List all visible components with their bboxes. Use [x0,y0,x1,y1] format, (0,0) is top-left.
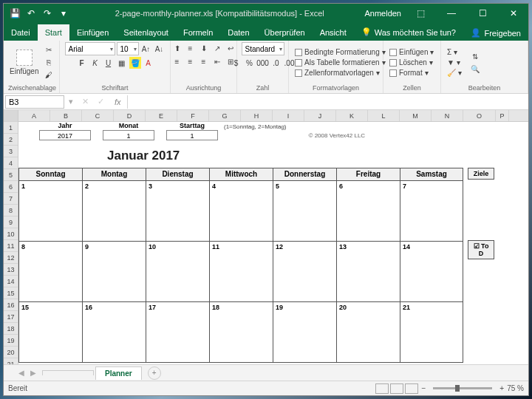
align-right-icon[interactable]: ≡ [198,55,210,67]
row-header[interactable]: 2 [4,134,18,146]
year-value-cell[interactable]: 2017 [39,130,91,140]
row-header[interactable]: 21 [4,358,18,364]
bold-button[interactable]: F [76,57,88,69]
namebox-dropdown-icon[interactable]: ▾ [64,97,78,106]
align-center-icon[interactable]: ≡ [185,55,197,67]
italic-button[interactable]: K [89,57,101,69]
cut-icon[interactable]: ✂ [43,44,55,56]
row-header[interactable]: 18 [4,323,18,335]
zoom-slider[interactable] [433,387,492,389]
calendar-day-cell[interactable]: 1 [18,181,82,242]
sheet-nav-prev-icon[interactable]: ◀ [18,369,24,377]
autosum-button[interactable]: Σ▾ [446,47,463,57]
zoom-in-icon[interactable]: + [499,384,504,392]
format-as-table-button[interactable]: Als Tabelle formatieren▾ [293,58,387,67]
calendar-day-cell[interactable]: 12 [273,242,336,302]
calendar-day-cell[interactable]: 18 [209,302,273,363]
fill-button[interactable]: ▼▾ [446,58,463,67]
tab-file[interactable]: Datei [4,24,38,41]
page-layout-view-icon[interactable] [390,383,403,394]
border-icon[interactable]: ▦ [116,57,128,69]
tellme-search[interactable]: 💡 Was möchten Sie tun? [354,24,463,41]
calendar-day-cell[interactable]: 15 [18,302,82,363]
align-middle-icon[interactable]: ≡ [185,42,197,54]
grow-font-icon[interactable]: A↑ [140,43,152,55]
tab-home[interactable]: Start [38,24,69,41]
calendar-day-cell[interactable]: 10 [146,242,209,302]
calendar-day-cell[interactable]: 13 [336,242,400,302]
ribbon-options-icon[interactable]: ⬚ [409,4,432,23]
enter-formula-icon[interactable]: ✓ [93,97,109,106]
row-header[interactable]: 14 [4,276,18,287]
row-header[interactable]: 10 [4,228,18,240]
calendar-day-cell[interactable]: 16 [82,302,146,363]
calendar-day-cell[interactable]: 20 [336,302,400,363]
fill-color-icon[interactable]: 🪣 [129,57,141,69]
maximize-icon[interactable]: ☐ [471,4,494,23]
copy-icon[interactable]: ⎘ [43,57,55,69]
name-box[interactable]: B3 [5,95,64,109]
comma-icon[interactable]: 000 [257,57,269,69]
percent-icon[interactable]: % [244,57,256,69]
clear-button[interactable]: 🧹▾ [446,68,463,78]
formula-input[interactable] [127,95,528,109]
signin-link[interactable]: Anmelden [364,9,401,18]
close-icon[interactable]: ✕ [502,4,525,23]
calendar-day-cell[interactable]: 2 [82,181,146,242]
row-header[interactable]: 9 [4,216,18,228]
font-color-icon[interactable]: A [143,57,154,69]
share-button[interactable]: 👤 Freigeben [463,25,528,41]
row-header[interactable]: 11 [4,240,18,252]
cell-styles-button[interactable]: Zellenformatvorlagen▾ [293,68,387,78]
find-select-icon[interactable]: 🔍 [469,63,481,75]
orientation-icon[interactable]: ↗ [211,42,223,54]
tab-view[interactable]: Ansicht [313,24,354,41]
normal-view-icon[interactable] [375,383,389,394]
month-value-cell[interactable]: 1 [103,130,154,140]
calendar-day-cell[interactable]: 19 [273,302,336,363]
tab-insert[interactable]: Einfügen [69,24,116,41]
row-header[interactable]: 17 [4,311,18,323]
increase-decimal-icon[interactable]: .0 [270,57,282,69]
insert-cells-button[interactable]: Einfügen▾ [388,47,435,57]
calendar-day-cell[interactable]: 11 [209,242,273,302]
paste-button[interactable]: Einfügen [8,48,40,77]
calendar-day-cell[interactable]: 17 [146,302,209,363]
font-size-combo[interactable]: 10 [117,42,139,55]
currency-icon[interactable]: $ [231,57,242,69]
format-painter-icon[interactable]: 🖌 [43,69,55,81]
wrap-text-icon[interactable]: ↩ [225,42,236,54]
align-left-icon[interactable]: ≡ [171,55,183,67]
calendar-day-cell[interactable]: 21 [400,302,463,363]
row-header[interactable]: 3 [4,146,18,157]
row-header[interactable]: 1 [4,122,18,134]
tab-formulas[interactable]: Formeln [176,24,220,41]
tab-review[interactable]: Überprüfen [257,24,313,41]
calendar-day-cell[interactable]: 7 [400,181,463,242]
row-header[interactable]: 20 [4,347,18,358]
add-sheet-button[interactable]: + [148,366,161,380]
tab-data[interactable]: Daten [220,24,256,41]
delete-cells-button[interactable]: Löschen▾ [388,58,435,67]
row-header[interactable]: 13 [4,264,18,276]
align-top-icon[interactable]: ⬆ [171,42,183,54]
row-header[interactable]: 12 [4,252,18,264]
sheet-tab-inactive[interactable] [42,370,94,375]
minimize-icon[interactable]: — [440,4,463,23]
row-header[interactable]: 6 [4,181,18,193]
calendar-day-cell[interactable]: 4 [209,181,273,242]
zoom-level[interactable]: 75 % [507,384,524,392]
calendar-day-cell[interactable]: 6 [336,181,400,242]
startday-value-cell[interactable]: 1 [166,130,218,140]
font-name-combo[interactable]: Arial [65,42,115,55]
row-header[interactable]: 4 [4,157,18,169]
underline-button[interactable]: U [103,57,115,69]
format-cells-button[interactable]: Format▾ [388,68,435,78]
cancel-formula-icon[interactable]: ✕ [78,97,93,106]
row-header[interactable]: 15 [4,287,18,299]
row-header[interactable]: 8 [4,205,18,216]
qat-dropdown-icon[interactable]: ▾ [58,8,69,18]
row-header[interactable]: 7 [4,193,18,205]
calendar-day-cell[interactable]: 14 [400,242,463,302]
shrink-font-icon[interactable]: A↓ [154,43,166,55]
